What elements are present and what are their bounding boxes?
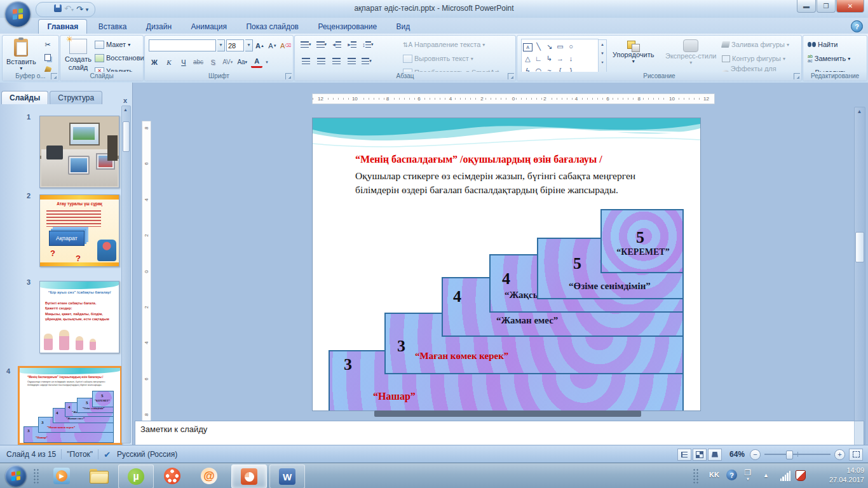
font-size-dropdown[interactable]: ▾ xyxy=(245,39,253,51)
minimize-button[interactable]: ▬ xyxy=(797,0,816,13)
step-6[interactable]: 5 “КЕРЕМЕТ” xyxy=(600,209,684,273)
underline-button[interactable]: Ч xyxy=(178,57,189,67)
shape-outline-button[interactable]: Контур фигуры▾ xyxy=(722,53,801,64)
shapes-scrollbar[interactable]: ▲▼▾ xyxy=(598,39,607,76)
taskbar-wmp-button[interactable]: ▶ xyxy=(44,464,79,487)
tray-language-indicator[interactable]: KK xyxy=(709,471,719,478)
main-scrollbar[interactable]: ▲ ▼ xyxy=(854,107,865,445)
font-size-combo[interactable]: 28 xyxy=(226,39,244,51)
text-shadow-button[interactable]: S xyxy=(207,57,219,67)
notes-scrollbar[interactable] xyxy=(854,421,864,445)
zoom-out-button[interactable]: − xyxy=(750,449,761,460)
taskbar-media-reel-button[interactable] xyxy=(155,464,189,487)
tab-animation[interactable]: Анимация xyxy=(183,20,235,34)
copy-button[interactable] xyxy=(42,52,53,62)
zoom-slider-thumb[interactable] xyxy=(786,451,793,459)
shape-elbow-icon[interactable]: ∟ xyxy=(533,53,544,64)
tab-outline[interactable]: Структура xyxy=(50,91,102,104)
panel-scrollbar[interactable]: ▲ xyxy=(121,105,131,444)
strikethrough-button[interactable]: abc xyxy=(193,57,204,67)
numbering-button[interactable]: ▾ xyxy=(316,39,328,50)
language-indicator[interactable]: Русский (Россия) xyxy=(117,450,177,459)
tray-network-icon[interactable] xyxy=(780,471,791,481)
undo-button[interactable]: ↶▾ xyxy=(64,3,74,16)
tab-review[interactable]: Рецензирование xyxy=(309,20,385,34)
italic-button[interactable]: К xyxy=(163,57,175,67)
tab-slideshow[interactable]: Показ слайдов xyxy=(238,20,307,34)
save-button[interactable] xyxy=(54,4,62,15)
slide-3-thumbnail[interactable]: “Бір ауыз сөз” /сабақты бағалау/ Бүгінгі… xyxy=(39,281,119,353)
scroll-thumb[interactable] xyxy=(855,232,864,262)
find-button[interactable]: Найти xyxy=(808,39,851,50)
bold-button[interactable]: Ж xyxy=(149,57,160,67)
tray-action-center-icon[interactable] xyxy=(796,470,806,481)
align-text-button[interactable]: Выровнять текст▾ xyxy=(403,53,503,64)
close-button[interactable]: ✕ xyxy=(836,0,864,13)
taskbar-explorer-button[interactable] xyxy=(81,464,116,487)
character-spacing-button[interactable]: AV▾ xyxy=(222,57,233,67)
shape-line-icon[interactable]: ╲ xyxy=(533,42,544,52)
horizontal-ruler[interactable]: 12108642024681012 xyxy=(312,93,715,104)
arrange-button[interactable]: Упорядочить ▾ xyxy=(613,39,654,64)
restore-button[interactable]: ❐ xyxy=(817,0,836,13)
reset-slide-button[interactable]: Восстановить xyxy=(95,52,151,64)
shape-textbox-icon[interactable]: A xyxy=(523,43,532,51)
fit-to-window-button[interactable] xyxy=(849,449,863,461)
clipboard-dialog-launcher[interactable] xyxy=(51,73,57,79)
layout-button[interactable]: Макет▾ xyxy=(95,39,151,50)
taskbar-powerpoint-button[interactable] xyxy=(231,464,267,488)
spellcheck-icon[interactable]: ✔ xyxy=(104,450,111,459)
align-center-button[interactable] xyxy=(315,56,327,66)
line-spacing-button[interactable]: ↕▾ xyxy=(362,39,374,50)
tray-help-icon[interactable]: ? xyxy=(726,470,737,480)
help-button[interactable]: ? xyxy=(851,20,863,32)
replace-button[interactable]: abacЗаменить▾ xyxy=(808,53,851,64)
theme-name[interactable]: "Поток" xyxy=(67,450,93,459)
align-right-button[interactable] xyxy=(330,56,342,66)
font-dialog-launcher[interactable] xyxy=(285,73,292,79)
drawing-dialog-launcher[interactable] xyxy=(794,73,800,79)
shape-fill-button[interactable]: Заливка фигуры▾ xyxy=(722,39,801,50)
notes-placeholder[interactable]: Заметки к слайду xyxy=(140,424,207,434)
panel-scroll-thumb[interactable] xyxy=(123,121,130,152)
taskbar-mailru-button[interactable]: @ xyxy=(192,464,226,487)
tray-hidden-icons-button[interactable]: ▲ xyxy=(763,472,769,478)
slide-body-text[interactable]: Оқушылар стикерге өз есімдерін жазып, бү… xyxy=(355,169,660,197)
shape-triangle-icon[interactable]: △ xyxy=(522,54,533,64)
slide-title[interactable]: “Менің баспалдағым” /оқушылардың өзін ба… xyxy=(355,154,667,165)
slide-2-thumbnail[interactable]: Атау туралы үш сұрақ Ақпарат ? ? xyxy=(39,194,119,267)
font-color-button[interactable]: А xyxy=(251,56,262,68)
tray-clock[interactable]: 14:09 27.04.2017 xyxy=(829,466,864,485)
zoom-in-button[interactable]: + xyxy=(834,449,845,460)
justify-button[interactable] xyxy=(346,56,357,66)
columns-button[interactable]: ▾ xyxy=(361,56,372,66)
office-button[interactable] xyxy=(5,1,31,27)
slide-1-thumbnail[interactable] xyxy=(39,116,119,188)
increase-indent-button[interactable]: ▸ xyxy=(346,39,358,50)
cut-button[interactable]: ✂ xyxy=(42,39,53,50)
tab-home[interactable]: Главная xyxy=(38,19,87,34)
shape-rect-icon[interactable]: ▭ xyxy=(555,42,566,52)
slide-sorter-button[interactable] xyxy=(693,449,707,461)
qat-customize-button[interactable]: ▾ xyxy=(86,4,89,15)
normal-view-button[interactable] xyxy=(677,449,691,461)
bullets-button[interactable]: ▾ xyxy=(300,39,312,50)
slide-canvas[interactable]: “Менің баспалдағым” /оқушылардың өзін ба… xyxy=(312,118,701,411)
paste-button[interactable]: Вставить ▾ xyxy=(6,39,36,71)
tab-slides-thumbnails[interactable]: Слайды xyxy=(1,91,48,104)
clear-formatting-button[interactable]: А⌫ xyxy=(280,41,292,51)
font-color-dropdown[interactable]: ▾ xyxy=(266,60,268,65)
quick-styles-button[interactable]: Экспресс-стили ▾ xyxy=(665,39,716,65)
tab-insert[interactable]: Вставка xyxy=(90,20,135,34)
align-left-button[interactable] xyxy=(300,56,311,66)
zoom-level[interactable]: 64% xyxy=(729,450,745,459)
redo-button[interactable]: ↷ xyxy=(76,4,83,15)
font-name-dropdown[interactable]: ▾ xyxy=(217,39,225,51)
tab-design[interactable]: Дизайн xyxy=(138,20,180,34)
tray-window-icon[interactable]: ❐▾ xyxy=(744,468,751,477)
shrink-font-button[interactable]: А▼ xyxy=(267,41,278,51)
scroll-up-icon[interactable]: ▲ xyxy=(856,109,863,114)
shape-elbow-arrow-icon[interactable]: ↳ xyxy=(544,54,555,64)
vertical-ruler[interactable]: 864202468 xyxy=(142,121,151,422)
taskbar-word-button[interactable]: W xyxy=(269,464,305,488)
